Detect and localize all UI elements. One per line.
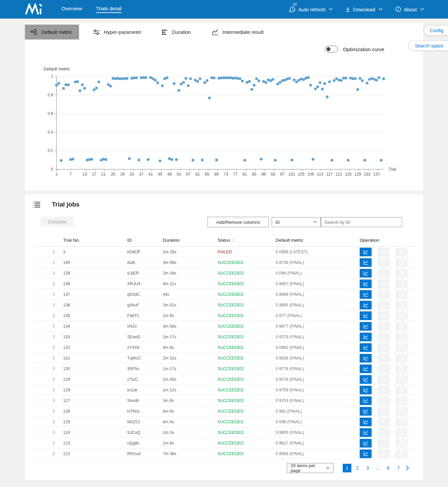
copy-parameter-button[interactable]	[396, 396, 407, 405]
row-expander[interactable]	[33, 451, 63, 456]
add-remove-columns-button[interactable]: Add/Remove columns	[208, 217, 269, 227]
kill-trial-button[interactable]	[378, 386, 390, 394]
row-expander[interactable]	[33, 292, 63, 296]
row-expander[interactable]	[33, 356, 63, 360]
intermediate-result-button[interactable]	[360, 365, 372, 373]
copy-parameter-button[interactable]	[396, 343, 407, 352]
kill-trial-button[interactable]	[378, 428, 390, 437]
kill-trial-button[interactable]	[378, 322, 390, 331]
intermediate-result-button[interactable]	[360, 439, 372, 447]
kill-trial-button[interactable]	[378, 418, 390, 426]
row-expander[interactable]	[33, 271, 63, 275]
row-expander[interactable]	[33, 324, 63, 328]
tab-hyper-parameter[interactable]: Hyper-parameter	[87, 25, 148, 40]
row-expander[interactable]	[33, 250, 63, 254]
intermediate-result-button[interactable]	[360, 322, 372, 331]
copy-parameter-button[interactable]	[396, 290, 407, 299]
kill-trial-button[interactable]	[378, 269, 390, 278]
copy-parameter-button[interactable]	[396, 449, 407, 458]
intermediate-result-button[interactable]	[360, 280, 372, 288]
copy-parameter-button[interactable]	[396, 354, 407, 363]
copy-parameter-button[interactable]	[396, 322, 407, 331]
page-button-3[interactable]: 3	[363, 464, 372, 472]
optimization-curve-toggle[interactable]	[325, 46, 338, 52]
column-header-id[interactable]: ID	[127, 238, 163, 243]
copy-parameter-button[interactable]	[396, 407, 407, 416]
row-expander[interactable]	[33, 313, 63, 318]
row-expander[interactable]	[33, 335, 63, 339]
kill-trial-button[interactable]	[378, 290, 390, 299]
row-expander[interactable]	[33, 441, 63, 445]
items-per-page-select[interactable]: 20 items per page	[287, 463, 333, 473]
copy-parameter-button[interactable]	[396, 386, 407, 394]
intermediate-result-button[interactable]	[360, 333, 372, 341]
config-button[interactable]: Config	[424, 25, 448, 36]
intermediate-result-button[interactable]	[360, 386, 372, 394]
intermediate-result-button[interactable]	[360, 375, 372, 384]
kill-trial-button[interactable]	[378, 343, 390, 352]
row-expander[interactable]	[33, 388, 63, 392]
intermediate-result-button[interactable]	[360, 269, 372, 278]
kill-trial-button[interactable]	[378, 407, 390, 416]
tab-intermediate-result[interactable]: Intermediate result	[206, 25, 270, 40]
row-expander[interactable]	[33, 420, 63, 424]
copy-parameter-button[interactable]	[396, 439, 407, 447]
row-expander[interactable]	[33, 282, 63, 286]
page-button-2[interactable]: 2	[353, 464, 362, 472]
column-header-status[interactable]: Status↑	[218, 238, 276, 243]
intermediate-result-button[interactable]	[360, 428, 372, 437]
column-header-operation[interactable]: Operation	[360, 238, 416, 243]
copy-parameter-button[interactable]	[396, 269, 407, 278]
row-expander[interactable]	[33, 377, 63, 381]
intermediate-result-button[interactable]	[360, 343, 372, 352]
intermediate-result-button[interactable]	[360, 311, 372, 320]
intermediate-result-button[interactable]	[360, 290, 372, 299]
kill-trial-button[interactable]	[378, 439, 390, 447]
copy-parameter-button[interactable]	[396, 311, 407, 320]
search-input[interactable]	[321, 217, 402, 227]
compare-button[interactable]: Compare	[41, 217, 74, 227]
copy-parameter-button[interactable]	[396, 365, 407, 373]
intermediate-result-button[interactable]	[360, 258, 372, 267]
page-button-7[interactable]: 7	[394, 464, 403, 472]
copy-parameter-button[interactable]	[396, 280, 407, 288]
kill-trial-button[interactable]	[378, 375, 390, 384]
copy-parameter-button[interactable]	[396, 333, 407, 341]
row-expander[interactable]	[33, 398, 63, 403]
intermediate-result-button[interactable]	[360, 418, 372, 426]
tab-duration[interactable]: Duration	[156, 25, 198, 40]
download-menu[interactable]: Download	[345, 7, 383, 12]
intermediate-result-button[interactable]	[360, 354, 372, 363]
page-button-6[interactable]: 6	[384, 464, 393, 472]
row-expander[interactable]	[33, 409, 63, 413]
kill-trial-button[interactable]	[378, 365, 390, 373]
kill-trial-button[interactable]	[378, 248, 390, 256]
kill-trial-button[interactable]	[378, 311, 390, 320]
column-header-trial-no-[interactable]: Trial No.	[63, 238, 127, 243]
intermediate-result-button[interactable]	[360, 407, 372, 416]
kill-trial-button[interactable]	[378, 333, 390, 341]
about-menu[interactable]: About	[395, 6, 424, 12]
intermediate-result-button[interactable]	[360, 248, 372, 256]
kill-trial-button[interactable]	[378, 301, 390, 309]
row-expander[interactable]	[33, 430, 63, 435]
kill-trial-button[interactable]	[378, 354, 390, 363]
intermediate-result-button[interactable]	[360, 449, 372, 458]
row-expander[interactable]	[33, 345, 63, 350]
page-button-1[interactable]: 1	[343, 464, 351, 472]
kill-trial-button[interactable]	[378, 396, 390, 405]
copy-parameter-button[interactable]	[396, 248, 407, 256]
kill-trial-button[interactable]	[378, 258, 390, 267]
tab-default-metric[interactable]: Default metric	[25, 25, 79, 40]
copy-parameter-button[interactable]	[396, 428, 407, 437]
next-page-button[interactable]	[405, 465, 409, 471]
row-expander[interactable]	[33, 366, 63, 371]
auto-refresh-menu[interactable]: 10 Auto refresh	[289, 6, 333, 13]
copy-parameter-button[interactable]	[396, 301, 407, 309]
intermediate-result-button[interactable]	[360, 301, 372, 309]
kill-trial-button[interactable]	[378, 280, 390, 288]
intermediate-result-button[interactable]	[360, 396, 372, 405]
copy-parameter-button[interactable]	[396, 375, 407, 384]
copy-parameter-button[interactable]	[396, 258, 407, 267]
nav-overview[interactable]: Overview	[61, 6, 82, 13]
